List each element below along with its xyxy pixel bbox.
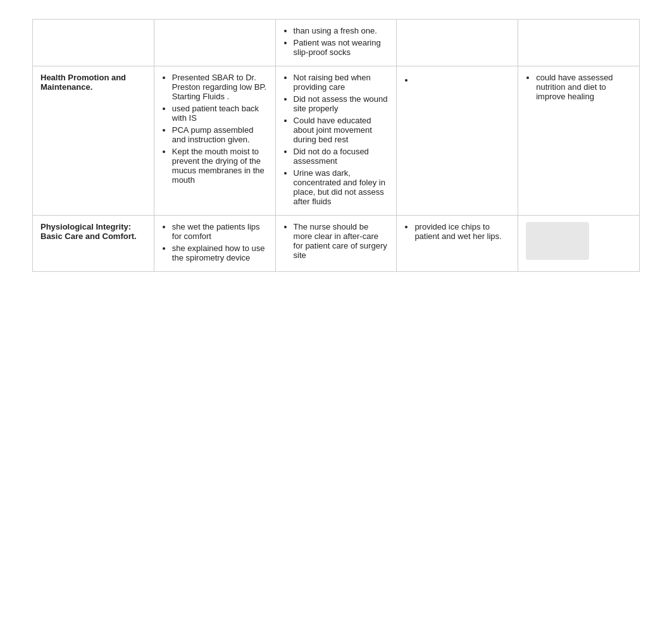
cell-health-col1: Health Promotion and Maintenance. — [33, 66, 154, 216]
list-item: Could have educated about joint movement… — [294, 116, 389, 144]
list-item: Did not assess the wound site properly — [294, 94, 389, 113]
table-row-partial: than using a fresh one. Patient was not … — [33, 20, 640, 66]
cell-partial-col1 — [33, 20, 154, 66]
list-item-dot — [414, 75, 510, 85]
cell-physio-col2: she wet the patients lips for comfort sh… — [154, 216, 275, 272]
cell-health-col3: Not raising bed when providing care Did … — [275, 66, 397, 216]
list-item: Not raising bed when providing care — [294, 73, 389, 92]
cell-physio-col1: Physiological Integrity: Basic Care and … — [33, 216, 154, 272]
cell-partial-col4 — [397, 20, 518, 66]
list-item: she explained how to use the spirometry … — [172, 243, 268, 262]
cell-health-col5: could have assessed nutrition and diet t… — [518, 66, 640, 216]
table-row-physiological: Physiological Integrity: Basic Care and … — [33, 216, 640, 272]
blurred-content-image — [526, 222, 589, 260]
list-item: used patient teach back with IS — [172, 104, 268, 123]
category-sublabel-physio: Basic Care and Comfort. — [40, 231, 137, 241]
cell-health-col2: Presented SBAR to Dr. Preston regarding … — [154, 66, 275, 216]
cell-physio-col5 — [518, 216, 640, 272]
list-item: Patient was not wearing slip-proof socks — [294, 38, 389, 57]
list-item: provided ice chips to patient and wet he… — [414, 222, 510, 241]
list-item: Presented SBAR to Dr. Preston regarding … — [172, 73, 268, 101]
list-item: Kept the mouth moist to prevent the dryi… — [172, 147, 268, 185]
cell-partial-col5 — [518, 20, 640, 66]
cell-health-col4 — [397, 66, 518, 216]
table-row-health-promotion: Health Promotion and Maintenance. Presen… — [33, 66, 640, 216]
list-item: than using a fresh one. — [294, 26, 389, 35]
category-label-physio: Physiological Integrity: — [40, 222, 131, 231]
page-wrapper: than using a fresh one. Patient was not … — [0, 0, 672, 291]
cell-partial-col2 — [154, 20, 275, 66]
cell-partial-col3: than using a fresh one. Patient was not … — [275, 20, 397, 66]
list-item: Did not do a focused assessment — [294, 147, 389, 166]
list-item: she wet the patients lips for comfort — [172, 222, 268, 241]
category-label-health: Health Promotion and Maintenance. — [40, 73, 126, 92]
list-item: The nurse should be more clear in after-… — [294, 222, 389, 260]
list-item: could have assessed nutrition and diet t… — [536, 73, 632, 101]
list-item: Urine was dark, concentrated and foley i… — [294, 168, 389, 206]
main-table: than using a fresh one. Patient was not … — [32, 19, 640, 272]
cell-physio-col3: The nurse should be more clear in after-… — [275, 216, 397, 272]
list-item: PCA pump assembled and instruction given… — [172, 125, 268, 144]
cell-physio-col4: provided ice chips to patient and wet he… — [397, 216, 518, 272]
